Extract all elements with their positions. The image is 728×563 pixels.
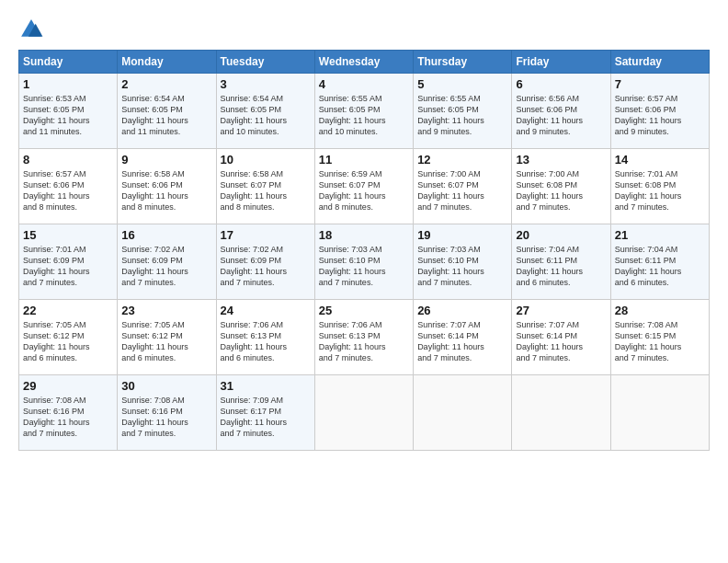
calendar-week-4: 22Sunrise: 7:05 AM Sunset: 6:12 PM Dayli… xyxy=(19,300,710,375)
cell-info: Sunrise: 6:54 AM Sunset: 6:05 PM Dayligh… xyxy=(221,93,311,138)
day-number: 14 xyxy=(615,153,705,167)
day-number: 20 xyxy=(516,228,606,242)
calendar-cell: 22Sunrise: 7:05 AM Sunset: 6:12 PM Dayli… xyxy=(19,300,118,375)
calendar-cell: 4Sunrise: 6:55 AM Sunset: 6:05 PM Daylig… xyxy=(314,74,413,149)
day-number: 4 xyxy=(319,77,409,91)
day-number: 27 xyxy=(516,304,606,317)
weekday-header-saturday: Saturday xyxy=(610,51,709,74)
weekday-header-wednesday: Wednesday xyxy=(314,51,413,74)
calendar-cell xyxy=(414,375,512,451)
calendar-cell: 8Sunrise: 6:57 AM Sunset: 6:06 PM Daylig… xyxy=(19,149,118,224)
calendar-cell: 29Sunrise: 7:08 AM Sunset: 6:16 PM Dayli… xyxy=(19,375,118,451)
calendar-cell: 9Sunrise: 6:58 AM Sunset: 6:06 PM Daylig… xyxy=(118,149,216,224)
cell-info: Sunrise: 7:07 AM Sunset: 6:14 PM Dayligh… xyxy=(516,319,606,364)
cell-info: Sunrise: 6:57 AM Sunset: 6:06 PM Dayligh… xyxy=(23,168,113,213)
cell-info: Sunrise: 7:05 AM Sunset: 6:12 PM Dayligh… xyxy=(23,319,113,364)
cell-info: Sunrise: 7:08 AM Sunset: 6:16 PM Dayligh… xyxy=(23,395,113,440)
day-number: 8 xyxy=(23,153,113,167)
day-number: 19 xyxy=(417,228,507,242)
calendar-cell: 15Sunrise: 7:01 AM Sunset: 6:09 PM Dayli… xyxy=(19,224,118,300)
calendar-cell: 7Sunrise: 6:57 AM Sunset: 6:06 PM Daylig… xyxy=(610,74,709,149)
weekday-header-friday: Friday xyxy=(512,51,610,74)
cell-info: Sunrise: 7:00 AM Sunset: 6:07 PM Dayligh… xyxy=(417,168,507,213)
day-number: 12 xyxy=(417,153,507,167)
day-number: 5 xyxy=(417,77,507,91)
calendar-cell: 13Sunrise: 7:00 AM Sunset: 6:08 PM Dayli… xyxy=(512,149,610,224)
cell-info: Sunrise: 6:59 AM Sunset: 6:07 PM Dayligh… xyxy=(319,168,409,213)
day-number: 17 xyxy=(221,228,311,242)
cell-info: Sunrise: 7:02 AM Sunset: 6:09 PM Dayligh… xyxy=(121,244,211,289)
day-number: 31 xyxy=(221,379,311,393)
day-number: 25 xyxy=(319,304,409,317)
calendar-cell: 6Sunrise: 6:56 AM Sunset: 6:06 PM Daylig… xyxy=(512,74,610,149)
cell-info: Sunrise: 7:07 AM Sunset: 6:14 PM Dayligh… xyxy=(417,319,507,364)
day-number: 6 xyxy=(516,77,606,91)
day-number: 10 xyxy=(221,153,311,167)
calendar-cell: 24Sunrise: 7:06 AM Sunset: 6:13 PM Dayli… xyxy=(216,300,314,375)
cell-info: Sunrise: 7:04 AM Sunset: 6:11 PM Dayligh… xyxy=(615,244,705,289)
calendar-cell: 28Sunrise: 7:08 AM Sunset: 6:15 PM Dayli… xyxy=(610,300,709,375)
day-number: 1 xyxy=(23,77,113,91)
calendar-cell: 21Sunrise: 7:04 AM Sunset: 6:11 PM Dayli… xyxy=(610,224,709,300)
calendar-cell xyxy=(512,375,610,451)
calendar-cell: 10Sunrise: 6:58 AM Sunset: 6:07 PM Dayli… xyxy=(216,149,314,224)
logo-icon xyxy=(18,17,44,42)
day-number: 9 xyxy=(121,153,211,167)
calendar-week-2: 8Sunrise: 6:57 AM Sunset: 6:06 PM Daylig… xyxy=(19,149,710,224)
day-number: 24 xyxy=(221,304,311,317)
cell-info: Sunrise: 6:58 AM Sunset: 6:07 PM Dayligh… xyxy=(221,168,311,213)
calendar-cell: 18Sunrise: 7:03 AM Sunset: 6:10 PM Dayli… xyxy=(314,224,413,300)
calendar-table: SundayMondayTuesdayWednesdayThursdayFrid… xyxy=(18,50,710,451)
day-number: 11 xyxy=(319,153,409,167)
weekday-header-sunday: Sunday xyxy=(19,51,118,74)
cell-info: Sunrise: 7:03 AM Sunset: 6:10 PM Dayligh… xyxy=(319,244,409,289)
calendar-cell: 17Sunrise: 7:02 AM Sunset: 6:09 PM Dayli… xyxy=(216,224,314,300)
day-number: 29 xyxy=(23,379,113,393)
cell-info: Sunrise: 6:53 AM Sunset: 6:05 PM Dayligh… xyxy=(23,93,113,138)
calendar-cell: 20Sunrise: 7:04 AM Sunset: 6:11 PM Dayli… xyxy=(512,224,610,300)
calendar-cell: 26Sunrise: 7:07 AM Sunset: 6:14 PM Dayli… xyxy=(414,300,512,375)
calendar-cell: 27Sunrise: 7:07 AM Sunset: 6:14 PM Dayli… xyxy=(512,300,610,375)
day-number: 22 xyxy=(23,304,113,317)
cell-info: Sunrise: 7:08 AM Sunset: 6:16 PM Dayligh… xyxy=(121,395,211,440)
day-number: 15 xyxy=(23,228,113,242)
calendar-cell xyxy=(314,375,413,451)
calendar-cell: 16Sunrise: 7:02 AM Sunset: 6:09 PM Dayli… xyxy=(118,224,216,300)
cell-info: Sunrise: 7:06 AM Sunset: 6:13 PM Dayligh… xyxy=(221,319,311,364)
cell-info: Sunrise: 6:56 AM Sunset: 6:06 PM Dayligh… xyxy=(516,93,606,138)
cell-info: Sunrise: 7:09 AM Sunset: 6:17 PM Dayligh… xyxy=(221,395,311,440)
cell-info: Sunrise: 7:03 AM Sunset: 6:10 PM Dayligh… xyxy=(417,244,507,289)
cell-info: Sunrise: 7:02 AM Sunset: 6:09 PM Dayligh… xyxy=(221,244,311,289)
day-number: 3 xyxy=(221,77,311,91)
calendar-cell: 25Sunrise: 7:06 AM Sunset: 6:13 PM Dayli… xyxy=(314,300,413,375)
cell-info: Sunrise: 7:08 AM Sunset: 6:15 PM Dayligh… xyxy=(615,319,705,364)
day-number: 16 xyxy=(121,228,211,242)
weekday-header-thursday: Thursday xyxy=(414,51,512,74)
day-number: 21 xyxy=(615,228,705,242)
day-number: 18 xyxy=(319,228,409,242)
cell-info: Sunrise: 7:00 AM Sunset: 6:08 PM Dayligh… xyxy=(516,168,606,213)
header xyxy=(18,17,710,42)
cell-info: Sunrise: 7:01 AM Sunset: 6:09 PM Dayligh… xyxy=(23,244,113,289)
cell-info: Sunrise: 6:57 AM Sunset: 6:06 PM Dayligh… xyxy=(615,93,705,138)
logo xyxy=(18,17,48,42)
calendar-week-1: 1Sunrise: 6:53 AM Sunset: 6:05 PM Daylig… xyxy=(19,74,710,149)
day-number: 26 xyxy=(417,304,507,317)
day-number: 28 xyxy=(615,304,705,317)
cell-info: Sunrise: 7:06 AM Sunset: 6:13 PM Dayligh… xyxy=(319,319,409,364)
weekday-header-monday: Monday xyxy=(118,51,216,74)
day-number: 23 xyxy=(121,304,211,317)
day-number: 2 xyxy=(121,77,211,91)
calendar-cell: 5Sunrise: 6:55 AM Sunset: 6:05 PM Daylig… xyxy=(414,74,512,149)
calendar-cell: 2Sunrise: 6:54 AM Sunset: 6:05 PM Daylig… xyxy=(118,74,216,149)
calendar-cell: 30Sunrise: 7:08 AM Sunset: 6:16 PM Dayli… xyxy=(118,375,216,451)
calendar-cell: 11Sunrise: 6:59 AM Sunset: 6:07 PM Dayli… xyxy=(314,149,413,224)
calendar-week-3: 15Sunrise: 7:01 AM Sunset: 6:09 PM Dayli… xyxy=(19,224,710,300)
day-number: 30 xyxy=(121,379,211,393)
cell-info: Sunrise: 7:01 AM Sunset: 6:08 PM Dayligh… xyxy=(615,168,705,213)
cell-info: Sunrise: 6:58 AM Sunset: 6:06 PM Dayligh… xyxy=(121,168,211,213)
calendar-cell: 23Sunrise: 7:05 AM Sunset: 6:12 PM Dayli… xyxy=(118,300,216,375)
calendar-cell: 12Sunrise: 7:00 AM Sunset: 6:07 PM Dayli… xyxy=(414,149,512,224)
cell-info: Sunrise: 7:04 AM Sunset: 6:11 PM Dayligh… xyxy=(516,244,606,289)
calendar-cell: 3Sunrise: 6:54 AM Sunset: 6:05 PM Daylig… xyxy=(216,74,314,149)
